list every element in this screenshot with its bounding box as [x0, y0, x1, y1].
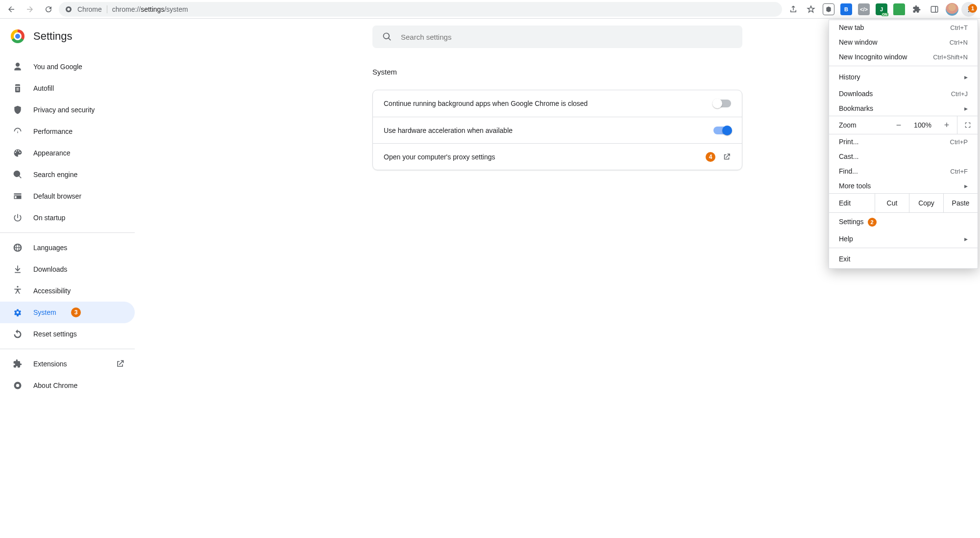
browser-toolbar: Chrome chrome://settings/system B </> JO…: [0, 0, 980, 19]
nav-label: Reset settings: [33, 330, 135, 338]
sidebar-item-appearance[interactable]: Appearance: [0, 142, 135, 164]
nav-label: Languages: [33, 244, 135, 252]
menu-edit-row: Edit Cut Copy Paste: [829, 193, 978, 213]
extension-1[interactable]: [820, 2, 837, 17]
address-bar[interactable]: Chrome chrome://settings/system: [59, 2, 782, 17]
menu-history[interactable]: History▸: [829, 68, 978, 86]
open-external-icon: [115, 359, 125, 369]
open-external-icon: [722, 153, 731, 161]
side-panel-icon[interactable]: [926, 2, 943, 17]
proxy-step-badge: 4: [706, 152, 715, 162]
svg-point-7: [16, 384, 20, 387]
extensions-puzzle-icon[interactable]: [908, 2, 925, 17]
menu-help[interactable]: Help▸: [829, 231, 978, 246]
nav-label: Default browser: [33, 192, 135, 200]
row-proxy[interactable]: Open your computer's proxy settings 4: [373, 143, 742, 170]
menu-settings[interactable]: Settings2: [829, 213, 978, 231]
menu-cut[interactable]: Cut: [875, 194, 909, 212]
svg-rect-2: [931, 6, 938, 12]
nav-label: Privacy and security: [33, 106, 135, 114]
menu-paste[interactable]: Paste: [943, 194, 978, 212]
sidebar-item-on-startup[interactable]: On startup: [0, 207, 135, 229]
menu-find[interactable]: Find...Ctrl+F: [829, 164, 978, 179]
sidebar-item-system[interactable]: System3: [0, 302, 135, 323]
fullscreen-button[interactable]: [957, 116, 978, 134]
menu-downloads[interactable]: DownloadsCtrl+J: [829, 86, 978, 101]
nav-label: Appearance: [33, 149, 135, 157]
nav-label: You and Google: [33, 63, 135, 71]
nav-label: Downloads: [33, 265, 135, 273]
chrome-page-icon: [65, 5, 73, 13]
menu-print[interactable]: Print...Ctrl+P: [829, 134, 978, 149]
chrome-logo-icon: [11, 29, 24, 43]
extension-2[interactable]: B: [838, 2, 855, 17]
nav-label: System: [33, 308, 56, 316]
menu-zoom-row: Zoom − 100% +: [829, 116, 978, 134]
settings-sidebar: Settings You and GoogleAutofillPrivacy a…: [0, 19, 135, 538]
nav-label: Search engine: [33, 171, 135, 179]
menu-bookmarks[interactable]: Bookmarks▸: [829, 101, 978, 116]
zoom-value: 100%: [909, 121, 936, 129]
toggle-hw-accel[interactable]: [713, 127, 731, 134]
nav-label: On startup: [33, 214, 135, 222]
nav-label: Autofill: [33, 84, 135, 92]
page-origin-label: Chrome: [77, 5, 102, 13]
menu-copy[interactable]: Copy: [909, 194, 943, 212]
sidebar-item-downloads[interactable]: Downloads: [0, 258, 135, 280]
sidebar-item-performance[interactable]: Performance: [0, 121, 135, 142]
svg-point-1: [67, 8, 70, 10]
extension-5[interactable]: [891, 2, 907, 17]
row-bg-apps: Continue running background apps when Go…: [373, 90, 742, 117]
settings-search[interactable]: [372, 26, 742, 48]
chrome-menu: New tabCtrl+T New windowCtrl+N New Incog…: [829, 20, 978, 269]
menu-exit[interactable]: Exit: [829, 250, 978, 268]
sidebar-item-reset-settings[interactable]: Reset settings: [0, 323, 135, 345]
search-icon: [382, 32, 392, 42]
menu-incognito[interactable]: New Incognito windowCtrl+Shift+N: [829, 50, 978, 64]
sidebar-item-default-browser[interactable]: Default browser: [0, 185, 135, 207]
menu-new-window[interactable]: New windowCtrl+N: [829, 35, 978, 50]
menu-more-tools[interactable]: More tools▸: [829, 179, 978, 193]
sidebar-item-about-chrome[interactable]: About Chrome: [0, 375, 135, 396]
sidebar-item-privacy-and-security[interactable]: Privacy and security: [0, 99, 135, 121]
reload-button[interactable]: [40, 2, 57, 17]
sidebar-item-search-engine[interactable]: Search engine: [0, 164, 135, 185]
nav-label: About Chrome: [33, 382, 135, 389]
sidebar-item-accessibility[interactable]: Accessibility: [0, 280, 135, 302]
app-title: Settings: [33, 30, 73, 43]
sidebar-item-languages[interactable]: Languages: [0, 237, 135, 258]
system-card: Continue running background apps when Go…: [372, 90, 742, 170]
profile-avatar[interactable]: [944, 2, 960, 17]
zoom-out-button[interactable]: −: [888, 120, 909, 130]
share-icon[interactable]: [785, 2, 802, 17]
nav-label: Accessibility: [33, 287, 135, 295]
system-step-badge: 3: [71, 307, 81, 317]
bookmark-star-icon[interactable]: [803, 2, 819, 17]
sidebar-item-autofill[interactable]: Autofill: [0, 77, 135, 99]
sidebar-item-extensions[interactable]: Extensions: [0, 353, 135, 375]
menu-new-tab[interactable]: New tabCtrl+T: [829, 20, 978, 35]
nav-label: Performance: [33, 128, 135, 135]
zoom-in-button[interactable]: +: [936, 120, 957, 130]
extension-3[interactable]: </>: [856, 2, 872, 17]
chrome-menu-button[interactable]: 1: [961, 2, 976, 17]
toggle-bg-apps[interactable]: [713, 100, 731, 107]
omnibox-separator: [107, 5, 107, 13]
menu-badge-1: 1: [968, 4, 977, 13]
nav-label: Extensions: [33, 360, 104, 368]
sidebar-item-you-and-google[interactable]: You and Google: [0, 56, 135, 77]
row-hw-accel: Use hardware acceleration when available: [373, 117, 742, 143]
section-title: System: [372, 68, 742, 76]
url-text: chrome://settings/system: [112, 5, 188, 13]
settings-search-input[interactable]: [400, 32, 733, 42]
extension-4[interactable]: JON: [873, 2, 890, 17]
menu-cast[interactable]: Cast...: [829, 149, 978, 164]
forward-button[interactable]: [22, 2, 38, 17]
back-button[interactable]: [3, 2, 20, 17]
